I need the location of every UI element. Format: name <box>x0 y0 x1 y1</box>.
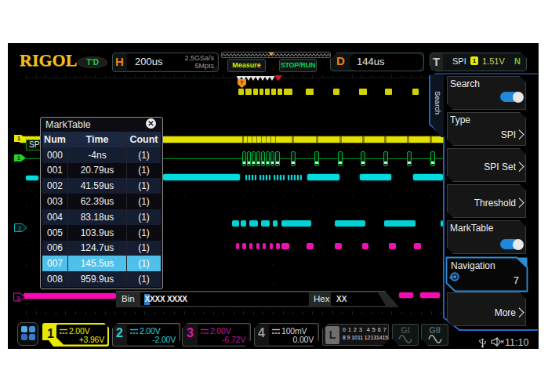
svg-text:3: 3 <box>16 295 20 302</box>
svg-text:2: 2 <box>18 225 22 232</box>
